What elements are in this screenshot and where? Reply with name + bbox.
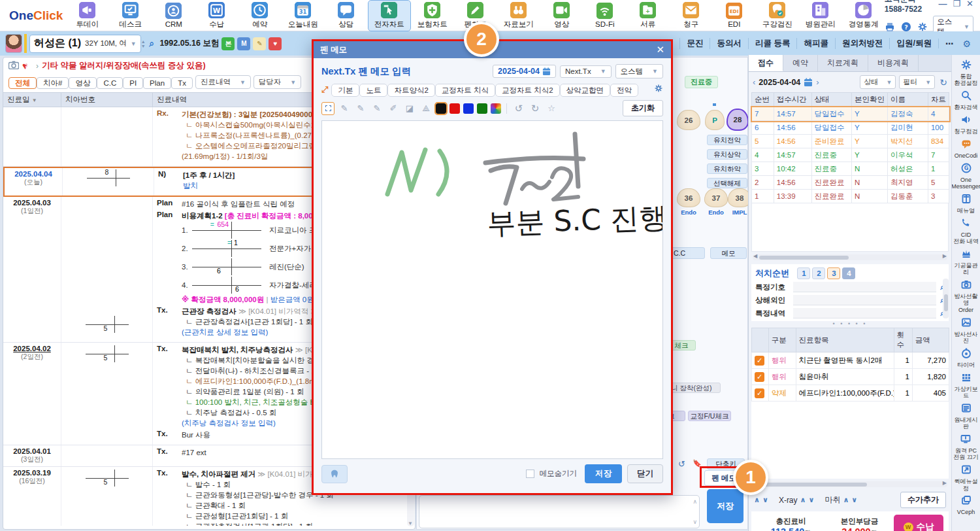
staff-filter-select[interactable]: 담당자▼ bbox=[253, 75, 301, 89]
rail-item-매뉴얼[interactable]: 매뉴얼 bbox=[957, 193, 975, 214]
quick-link-문진[interactable]: 문진 bbox=[679, 38, 710, 49]
quick-link-해피콜[interactable]: 해피콜 bbox=[796, 38, 835, 49]
quick-link-입원/퇴원[interactable]: 입원/퇴원 bbox=[889, 38, 938, 49]
nav-item-구강검진[interactable]: 구강검진 bbox=[757, 1, 798, 31]
tooth-37[interactable]: 37 bbox=[704, 188, 728, 207]
color-blue-swatch[interactable] bbox=[463, 103, 474, 114]
reception-col-상태[interactable]: 상태 bbox=[811, 93, 851, 107]
template-tab-교정차트 치식[interactable]: 교정차트 치식 bbox=[435, 84, 495, 97]
filter-select[interactable]: 필터▼ bbox=[899, 75, 935, 89]
reception-row-허성은[interactable]: 310:42진료중N허성은1 bbox=[752, 162, 949, 176]
tooth-26[interactable]: 26 bbox=[677, 110, 700, 130]
chart-filter-전체[interactable]: 전체 bbox=[8, 77, 37, 89]
refresh-icon[interactable]: ↻ bbox=[939, 77, 947, 88]
특정기호-input[interactable] bbox=[793, 282, 936, 292]
patient-search-icon[interactable]: ⌕ bbox=[150, 38, 155, 49]
rail-item-원내게시판[interactable]: 원내게시판 bbox=[952, 402, 980, 430]
help-icon[interactable]: ? bbox=[901, 21, 912, 33]
favorite-star-icon[interactable]: ☆ bbox=[545, 102, 558, 115]
step-button-2[interactable]: 2 bbox=[812, 267, 825, 279]
reception-row-김동훈[interactable]: 113:39진료완료N김동훈3 bbox=[752, 190, 949, 203]
tooth-36[interactable]: 36 bbox=[677, 188, 700, 207]
reception-col-순번[interactable]: 순번 bbox=[752, 93, 774, 107]
rail-item-원격-PC-전원-끄기[interactable]: 원격 PC 전원 끄기 bbox=[953, 433, 979, 461]
reception-tab-예약[interactable]: 예약 bbox=[783, 55, 818, 71]
expand-icon[interactable]: ⤢ bbox=[321, 84, 328, 95]
step-button-4[interactable]: 4 bbox=[842, 267, 855, 279]
nav-item-서류[interactable]: +서류 bbox=[627, 1, 669, 31]
splitter[interactable]: • • • • • bbox=[749, 321, 951, 326]
patient-spinner[interactable]: ▲▼ bbox=[141, 39, 146, 48]
close-button[interactable]: ✕ bbox=[966, 0, 973, 9]
memo-input-box[interactable]: ∧ ∨ bbox=[419, 495, 700, 528]
chevron-down-icon[interactable]: ▼ bbox=[131, 41, 137, 47]
order-hscrollbar[interactable]: ▶ bbox=[753, 481, 947, 487]
pen-thin-icon[interactable]: ✎ bbox=[338, 102, 351, 115]
reception-row-박지선[interactable]: 514:56준비완료Y박지선834 bbox=[752, 135, 949, 148]
reception-col-차트[interactable]: 차트 bbox=[928, 93, 949, 107]
template-tab-차트양식2[interactable]: 차트양식2 bbox=[387, 84, 434, 97]
prev-day-icon[interactable]: ‹ bbox=[753, 77, 755, 87]
anesthesia-down-icon[interactable]: ∨ bbox=[851, 496, 857, 504]
strip-button-유치전악[interactable]: 유치전악 bbox=[707, 135, 747, 145]
nav-item-수납[interactable]: W수납 bbox=[196, 1, 238, 31]
print-icon[interactable] bbox=[885, 21, 896, 33]
nav-item-전자차트[interactable]: 전자차트 bbox=[368, 1, 410, 31]
template-tab-교정차트 치식2[interactable]: 교정차트 치식2 bbox=[495, 84, 560, 97]
nav-item-병원관리[interactable]: 병원관리 bbox=[800, 1, 841, 31]
treatment-filter-select[interactable]: 진료내역▼ bbox=[195, 75, 251, 89]
reception-col-이름[interactable]: 이름 bbox=[887, 93, 928, 107]
highlighter-icon[interactable]: ✐ bbox=[387, 102, 400, 115]
chart-filter-영상[interactable]: 영상 bbox=[69, 77, 97, 89]
rail-item-환자검색[interactable]: 환자검색 bbox=[955, 90, 978, 111]
memo-scroll-up-icon[interactable]: ∧ bbox=[693, 498, 697, 505]
move-down-icon[interactable]: ∨ bbox=[762, 496, 768, 504]
memo-scroll-down-icon[interactable]: ∨ bbox=[693, 519, 697, 525]
template-tab-노트[interactable]: 노트 bbox=[359, 84, 387, 97]
tooth-P[interactable]: P bbox=[705, 110, 725, 130]
nav-item-투데이[interactable]: 투데이 bbox=[67, 1, 108, 31]
color-green-swatch[interactable] bbox=[477, 103, 487, 114]
nav-item-자료보기[interactable]: 자료보기 bbox=[498, 1, 540, 31]
patient-avatar[interactable] bbox=[5, 34, 22, 53]
strip-button-유치상악[interactable]: 유치상악 bbox=[707, 149, 747, 160]
col-date-header[interactable]: 진료일 ▼ bbox=[3, 93, 61, 107]
rail-item-CID-전화-내역[interactable]: CID 전화 내역 bbox=[953, 217, 979, 245]
dialog-close-icon[interactable]: ✕ bbox=[656, 44, 664, 56]
color-palette-swatch[interactable] bbox=[491, 103, 501, 114]
quick-link-동의서[interactable]: 동의서 bbox=[710, 38, 748, 49]
order-row[interactable]: ✓행위치근단 촬영판독 동시2매17,270 bbox=[752, 352, 949, 369]
nav-item-예약[interactable]: 예약 bbox=[239, 1, 281, 31]
memo-button[interactable]: 메모 bbox=[710, 247, 747, 259]
nav-item-EDI[interactable]: EDIEDI bbox=[713, 1, 755, 31]
strip-refresh-icon[interactable]: ↺ bbox=[678, 459, 685, 469]
select-tool-icon[interactable] bbox=[321, 102, 335, 115]
memo-type-select[interactable]: Next.Tx▼ bbox=[560, 65, 612, 78]
rail-item-기공물관리[interactable]: 기공물관리 bbox=[952, 248, 980, 276]
patientbar-gear-icon[interactable]: ⚙ bbox=[962, 39, 971, 49]
order-row[interactable]: ✓행위침윤마취11,820 bbox=[752, 369, 949, 385]
template-gear-icon[interactable] bbox=[654, 84, 663, 95]
rail-item-OneCodi[interactable]: OneCodi bbox=[955, 138, 978, 159]
rail-item-방사선촬영-Order[interactable]: 방사선촬영 Order bbox=[952, 279, 980, 313]
nav-item-데스크[interactable]: 데스크 bbox=[110, 1, 152, 31]
undo-icon[interactable]: ↺ bbox=[512, 102, 525, 115]
template-tab-기본[interactable]: 기본 bbox=[331, 84, 359, 97]
pay-button[interactable]: W 수납 bbox=[894, 515, 943, 531]
nav-item-상담[interactable]: 상담 bbox=[325, 1, 367, 31]
nav-item-영상[interactable]: 영상 bbox=[541, 1, 583, 31]
template-tab-상악교합면[interactable]: 상악교합면 bbox=[560, 84, 611, 97]
reception-tab-접수[interactable]: 접수 bbox=[749, 55, 783, 71]
rail-item-가상키보드[interactable]: 가상키보드 bbox=[952, 371, 980, 400]
reception-col-본인확인[interactable]: 본인확인 bbox=[851, 93, 887, 107]
rail-item-통합-환경설정[interactable]: 통합 환경설정 bbox=[955, 59, 978, 87]
redo-icon[interactable]: ↻ bbox=[529, 102, 542, 115]
reception-row-최지영[interactable]: 214:56진료완료N최지영5 bbox=[752, 176, 949, 190]
minimize-button[interactable]: — bbox=[938, 0, 947, 9]
strip-button-선택해제[interactable]: 선택해제 bbox=[707, 178, 747, 188]
reception-tab-치료계획[interactable]: 치료계획 bbox=[818, 55, 868, 71]
detail-input-link[interactable]: 발치 bbox=[183, 182, 198, 190]
template-tab-전악[interactable]: 전악 bbox=[610, 84, 638, 97]
checked-checkbox-icon[interactable]: ✓ bbox=[755, 356, 764, 366]
camera-icon[interactable] bbox=[8, 61, 19, 71]
